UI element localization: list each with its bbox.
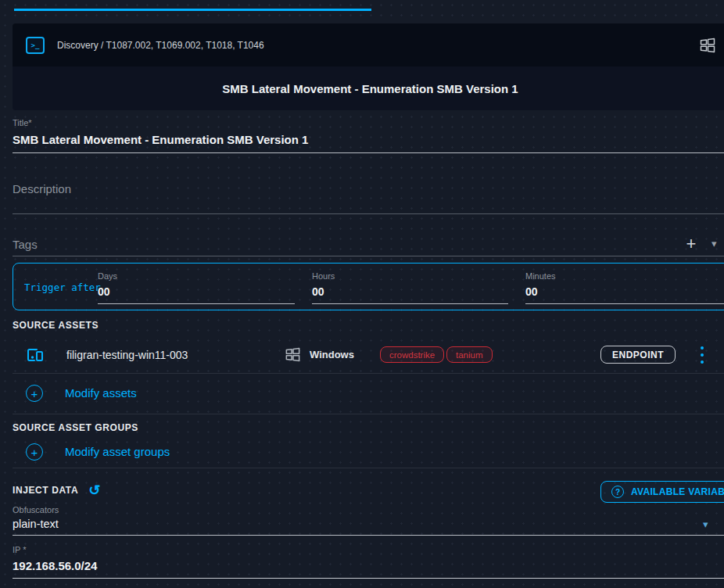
- tags-dropdown-caret-icon[interactable]: ▾: [711, 238, 717, 249]
- title-field-label: Title*: [13, 118, 724, 128]
- ip-field-value[interactable]: 192.168.56.0/24: [13, 558, 724, 573]
- asset-menu-kebab-icon[interactable]: [694, 346, 710, 364]
- active-tab-indicator: [14, 9, 371, 11]
- inject-card-title-band: SMB Lateral Movement - Enumeration SMB V…: [13, 66, 724, 110]
- asset-row: filigran-testing-win11-003 Windows crowd…: [13, 336, 724, 374]
- inject-card-header: >_ Discovery / T1087.002, T1069.002, T10…: [13, 23, 724, 66]
- add-circle-icon[interactable]: +: [26, 385, 43, 402]
- terminal-icon-glyph: >_: [31, 41, 40, 49]
- description-field[interactable]: Description: [13, 180, 724, 214]
- endpoint-devices-icon: [26, 346, 45, 364]
- trigger-days-value[interactable]: 00: [98, 285, 295, 304]
- trigger-after-group: Trigger after Days 00 Hours 00 Minutes 0…: [13, 263, 724, 310]
- help-question-icon: ?: [611, 486, 624, 498]
- asset-tag-chip: tanium: [446, 346, 493, 363]
- obfuscators-dropdown-caret-icon[interactable]: ▾: [703, 518, 708, 530]
- title-field[interactable]: Title* SMB Lateral Movement - Enumeratio…: [13, 118, 724, 153]
- tags-field-label: Tags: [13, 237, 724, 252]
- obfuscators-select[interactable]: Obfuscators plain-text: [13, 505, 724, 536]
- obfuscators-label: Obfuscators: [13, 505, 724, 515]
- available-variables-label: AVAILABLE VARIABLES: [631, 486, 724, 497]
- tags-field[interactable]: Tags + ▾: [13, 232, 724, 256]
- asset-platform-windows-icon: [284, 346, 302, 364]
- trigger-after-label: Trigger after: [24, 281, 101, 292]
- available-variables-button[interactable]: ? AVAILABLE VARIABLES: [600, 481, 724, 503]
- asset-name: filigran-testing-win11-003: [66, 349, 188, 361]
- modify-assets-link[interactable]: Modify assets: [65, 386, 137, 400]
- asset-tag-chip: crowdstrike: [380, 346, 444, 363]
- trigger-days-field[interactable]: Days 00: [98, 271, 295, 304]
- ip-field-label: IP *: [13, 545, 724, 555]
- terminal-icon: >_: [26, 37, 45, 54]
- trigger-days-label: Days: [98, 271, 295, 281]
- asset-type-chip: ENDPOINT: [600, 346, 676, 364]
- inject-data-heading-row: INJECT DATA ↺: [13, 485, 100, 496]
- trigger-minutes-field[interactable]: Minutes 00: [525, 271, 724, 304]
- title-field-value[interactable]: SMB Lateral Movement - Enumeration SMB V…: [13, 132, 724, 147]
- trigger-minutes-value[interactable]: 00: [525, 285, 724, 304]
- attack-pattern-breadcrumb: Discovery / T1087.002, T1069.002, T1018,…: [57, 40, 698, 51]
- description-field-label: Description: [13, 181, 724, 196]
- trigger-hours-value[interactable]: 00: [312, 285, 508, 304]
- inject-form-page: >_ Discovery / T1087.002, T1069.002, T10…: [0, 0, 724, 588]
- inject-header-card: >_ Discovery / T1087.002, T1069.002, T10…: [13, 23, 724, 110]
- inject-data-heading: INJECT DATA: [13, 485, 78, 496]
- windows-logo-icon: [698, 36, 717, 55]
- asset-platform-name: Windows: [310, 349, 354, 360]
- inject-title: SMB Lateral Movement - Enumeration SMB V…: [222, 82, 518, 95]
- source-assets-heading: SOURCE ASSETS: [13, 320, 99, 331]
- add-tag-icon[interactable]: +: [683, 234, 699, 254]
- trigger-hours-label: Hours: [312, 271, 508, 281]
- add-circle-icon[interactable]: +: [26, 443, 43, 461]
- modify-asset-groups-link[interactable]: Modify asset groups: [65, 445, 170, 458]
- trigger-hours-field[interactable]: Hours 00: [312, 271, 508, 304]
- obfuscators-value[interactable]: plain-text: [13, 518, 724, 531]
- ip-field[interactable]: IP * 192.168.56.0/24: [13, 545, 724, 579]
- modify-assets-row[interactable]: + Modify assets: [13, 373, 724, 414]
- source-asset-groups-heading: SOURCE ASSET GROUPS: [13, 422, 138, 433]
- refresh-rotate-icon[interactable]: ↺: [88, 485, 100, 496]
- modify-asset-groups-row[interactable]: + Modify asset groups: [13, 436, 724, 468]
- trigger-minutes-label: Minutes: [525, 271, 724, 281]
